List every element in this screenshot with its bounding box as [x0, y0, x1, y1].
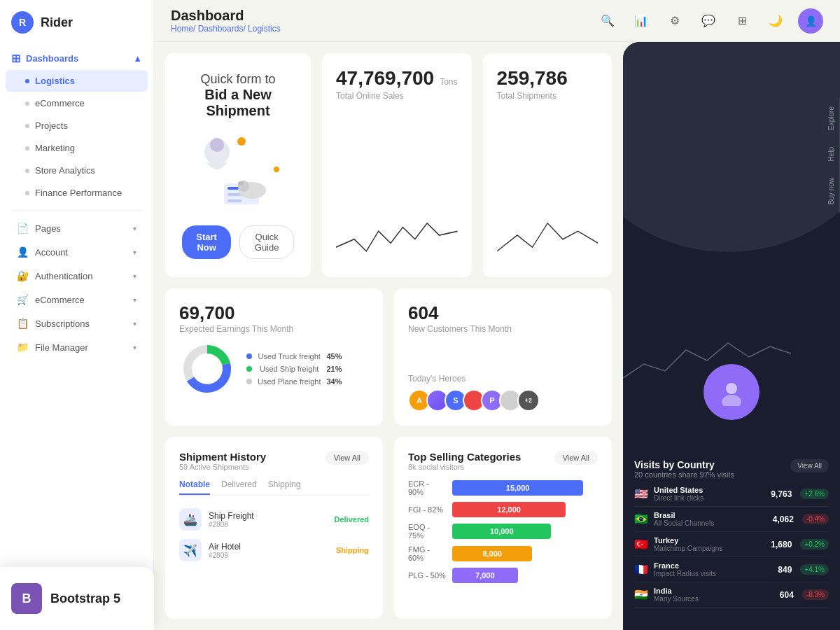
us-flag: 🇺🇸 — [634, 489, 648, 499]
br-source: All Social Channels — [654, 519, 767, 527]
sidebar-item-file-manager[interactable]: 📁 File Manager ▾ — [6, 336, 148, 358]
hero-avatar-extra: +2 — [517, 389, 540, 412]
sidebar-item-ecommerce[interactable]: eCommerce — [6, 92, 148, 114]
sidebar-item-pages[interactable]: 📄 Pages ▾ — [6, 217, 148, 239]
start-now-button[interactable]: Start Now — [182, 225, 231, 259]
fr-visits: 849 — [778, 565, 792, 575]
grid-button[interactable]: ⊞ — [731, 10, 753, 32]
search-button[interactable]: 🔍 — [596, 10, 619, 32]
shipment-title: Shipment History — [179, 451, 266, 463]
header-actions: 🔍 📊 ⚙ 💬 ⊞ 🌙 👤 — [596, 8, 823, 34]
shipment-name-2: Air Hotel — [209, 542, 329, 552]
us-name: United States — [654, 486, 765, 494]
categories-header: Top Selling Categories 8k social visitor… — [408, 451, 598, 471]
tr-source: Mailchimp Campaigns — [654, 545, 765, 552]
tr-info: Turkey Mailchimp Campaigns — [654, 536, 765, 552]
category-bar-wrap-plg: 7,000 — [452, 568, 598, 583]
category-bar-eoq: 10,000 — [452, 524, 551, 539]
categories-subtitle: 8k social visitors — [408, 463, 521, 471]
sidebar-item-marketing[interactable]: Marketing — [6, 137, 148, 159]
app-name: Rider — [41, 15, 73, 30]
bootstrap-icon: B — [11, 583, 42, 614]
visits-view-all[interactable]: View All — [790, 459, 829, 472]
category-bar-fmg: 8,000 — [452, 546, 532, 561]
promo-title: Quick form to Bid a New Shipment — [182, 72, 294, 119]
buy-now-label[interactable]: Buy now — [823, 169, 840, 213]
tab-shipping[interactable]: Shipping — [268, 479, 301, 495]
dark-mode-toggle[interactable]: 🌙 — [764, 10, 787, 32]
top-stats-row: Quick form to Bid a New Shipment — [165, 53, 612, 277]
heroes-section: Today's Heroes A S P +2 — [408, 374, 598, 412]
heroes-avatars: A S P +2 — [408, 389, 598, 412]
in-change: -8.3% — [802, 589, 829, 600]
category-bar-ecr: 15,000 — [452, 480, 583, 496]
br-name: Brasil — [654, 511, 767, 519]
sidebar: R Rider ⊞ Dashboards ▲ Logistics eCommer… — [0, 0, 154, 630]
categories-card: Top Selling Categories 8k social visitor… — [394, 437, 612, 619]
categories-view-all[interactable]: View All — [554, 451, 598, 465]
category-bar-wrap-eoq: 10,000 — [452, 524, 598, 539]
quick-guide-button[interactable]: Quick Guide — [239, 225, 294, 259]
user-avatar[interactable]: 👤 — [798, 8, 823, 34]
settings-button[interactable]: ⚙ — [664, 10, 686, 32]
app-logo[interactable]: R Rider — [0, 11, 153, 48]
dashboards-section[interactable]: ⊞ Dashboards ▲ — [0, 48, 153, 69]
in-info: India Many Sources — [654, 587, 774, 603]
logo-icon: R — [11, 11, 34, 34]
sidebar-item-finance-performance[interactable]: Finance Performance — [6, 182, 148, 204]
breadcrumb-dashboards[interactable]: Dashboards/ — [198, 24, 248, 34]
sales-number: 47,769,700 — [336, 67, 434, 90]
side-labels: Explore Help Buy now — [823, 98, 840, 214]
legend-plane: Used Plane freight 34% — [246, 377, 342, 386]
breadcrumb-home[interactable]: Home/ — [171, 24, 198, 34]
fr-name: France — [654, 561, 772, 570]
ecommerce-icon: 🛒 — [17, 294, 28, 305]
svg-point-14 — [726, 383, 737, 394]
user-avatar-large[interactable] — [704, 364, 760, 420]
category-label-plg: PLG - 50% — [408, 571, 447, 580]
shipment-history-card: Shipment History 59 Active Shipments Vie… — [165, 437, 383, 619]
category-ecr: ECR - 90% 15,000 — [408, 479, 598, 496]
right-panel-top: Explore Help Buy now — [623, 42, 840, 448]
us-source: Direct link clicks — [654, 494, 765, 502]
tab-notable[interactable]: Notable — [179, 479, 210, 495]
shipment-view-all[interactable]: View All — [326, 451, 369, 465]
country-tr: 🇹🇷 Turkey Mailchimp Campaigns 1,680 +0.2… — [634, 532, 829, 557]
explore-label[interactable]: Explore — [823, 98, 840, 139]
analytics-button[interactable]: 📊 — [630, 10, 652, 32]
br-info: Brasil All Social Channels — [654, 511, 767, 527]
dot-icon — [25, 191, 29, 195]
fr-info: France Impact Radius visits — [654, 561, 772, 578]
category-bar-wrap-ecr: 15,000 — [452, 480, 598, 496]
plane-dot — [246, 379, 252, 384]
in-flag: 🇮🇳 — [634, 590, 648, 600]
tab-delivered[interactable]: Delivered — [221, 479, 257, 495]
dot-icon — [25, 79, 29, 83]
customers-label: New Customers This Month — [408, 324, 598, 334]
dot-icon — [25, 146, 29, 150]
visits-title: Visits by Country — [634, 459, 734, 470]
legend-ship: Used Ship freight 21% — [246, 365, 342, 373]
sales-unit: Tons — [440, 77, 457, 87]
help-label[interactable]: Help — [823, 139, 840, 170]
us-visits: 9,763 — [771, 489, 792, 499]
earnings-label: Expected Earnings This Month — [179, 324, 369, 334]
fr-source: Impact Radius visits — [654, 570, 772, 578]
sidebar-item-ecommerce2[interactable]: 🛒 eCommerce ▾ — [6, 288, 148, 311]
messages-button[interactable]: 💬 — [697, 10, 720, 32]
middle-stats-row: 69,700 Expected Earnings This Month — [165, 288, 612, 426]
ship-icon: 🚢 — [179, 508, 202, 531]
svg-point-15 — [722, 395, 741, 406]
sidebar-item-logistics[interactable]: Logistics — [6, 70, 148, 92]
bottom-panels: Shipment History 59 Active Shipments Vie… — [165, 437, 612, 619]
sidebar-item-account[interactable]: 👤 Account ▾ — [6, 241, 148, 263]
content-left: Quick form to Bid a New Shipment — [154, 42, 623, 630]
category-label-ecr: ECR - 90% — [408, 479, 447, 496]
shipment-info-2: Air Hotel #2809 — [209, 542, 329, 559]
sidebar-item-store-analytics[interactable]: Store Analytics — [6, 160, 148, 181]
category-label-fgi: FGI - 82% — [408, 505, 447, 514]
sidebar-item-authentication[interactable]: 🔐 Authentication ▾ — [6, 265, 148, 287]
sidebar-item-projects[interactable]: Projects — [6, 115, 148, 136]
sidebar-item-subscriptions[interactable]: 📋 Subscriptions ▾ — [6, 312, 148, 335]
dot-icon — [25, 124, 29, 128]
